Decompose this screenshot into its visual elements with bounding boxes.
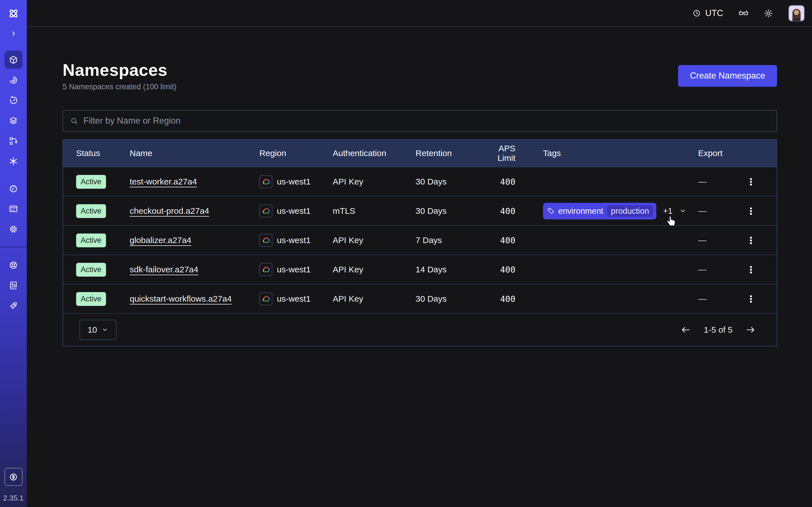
sidebar-expand-button[interactable] [7,27,20,40]
export-cell: — [696,206,776,216]
status-cell: Active [76,233,130,247]
column-header-status: Status [76,149,130,158]
sidebar-item-lifebuoy[interactable] [4,256,22,274]
export-cell: — [696,177,776,186]
sidebar-item-gauge[interactable] [4,179,22,198]
table-header-row: Status Name Region Authentication Retent… [63,140,776,167]
column-header-authentication: Authentication [333,149,416,158]
theme-toggle-button[interactable] [764,9,773,18]
region-cell: us-west1 [259,234,333,247]
chevron-down-icon[interactable] [679,207,687,215]
export-cell: — [696,235,776,245]
namespaces-table: Status Name Region Authentication Retent… [63,139,777,346]
page-title: Namespaces [63,60,176,80]
filter-input[interactable] [84,116,770,126]
sidebar-group-support [4,256,22,315]
next-page-arrow-icon[interactable] [746,325,756,335]
name-cell: sdk-failover.a27a4 [130,265,259,274]
layers-icon [9,116,18,125]
status-badge: Active [76,292,106,306]
authentication-cell: API Key [333,235,416,245]
usage-dollar-button[interactable] [4,468,22,486]
tags-cell [515,291,696,307]
avatar[interactable] [788,5,805,21]
retention-cell: 30 Days [416,206,480,216]
tag-icon [547,207,555,215]
labs-toggle-button[interactable] [739,8,749,18]
pagination-range: 1-5 of 5 [704,325,732,335]
kebab-menu-icon[interactable] [746,265,756,274]
google-cloud-icon [261,207,270,216]
table-footer: 10 1-5 of 5 [63,313,776,346]
status-cell: Active [76,175,130,189]
tag-key-label: environment [558,207,603,216]
region-cell: us-west1 [259,263,333,276]
export-value: — [698,177,707,186]
namespace-link[interactable]: test-worker.a27a4 [130,177,197,186]
sun-icon [764,9,773,18]
sidebar-item-book-sparkles[interactable] [4,276,22,294]
status-badge: Active [76,263,106,277]
gauge-icon [9,184,18,193]
page-size-select[interactable]: 10 [80,320,116,340]
topbar: UTC [27,0,812,27]
region-label: us-west1 [277,294,311,304]
retention-cell: 14 Days [416,265,480,274]
clock-icon [693,9,701,17]
timezone-label: UTC [705,8,723,18]
sidebar-item-timer[interactable] [4,91,22,109]
sidebar-item-iris[interactable] [4,71,22,89]
authentication-cell: API Key [333,177,416,186]
namespace-link[interactable]: checkout-prod.a27a4 [130,206,209,216]
sidebar-item-billing[interactable] [4,200,22,218]
sidebar-item-gear[interactable] [4,220,22,238]
sidebar-item-pipeline[interactable] [4,132,22,150]
avatar-image [789,6,804,21]
page-size-value: 10 [88,325,97,335]
region-cell: us-west1 [259,205,333,217]
kebab-menu-icon[interactable] [746,177,756,186]
kebab-menu-icon[interactable] [746,294,756,304]
export-cell: — [696,265,776,274]
region-cell: us-west1 [259,292,333,305]
name-cell: checkout-prod.a27a4 [130,206,259,216]
status-cell: Active [76,292,130,306]
namespace-link[interactable]: globalizer.a27a4 [130,235,192,245]
cloud-provider-badge [259,205,272,217]
page-subtitle: 5 Namespaces created (100 limit) [63,82,176,91]
tag-value-label: production [607,205,653,217]
sidebar-item-layers[interactable] [4,112,22,129]
aps-limit-cell: 400 [480,206,515,216]
tag-badge[interactable]: environment production [543,203,656,219]
timezone-selector[interactable]: UTC [693,8,723,18]
page-title-block: Namespaces 5 Namespaces created (100 lim… [63,60,176,91]
sidebar-item-rocket[interactable] [4,297,22,315]
tags-cell: environment production +1 [515,203,696,219]
sidebar-item-cube[interactable] [4,51,22,69]
chevron-right-icon [10,30,17,38]
column-header-retention: Retention [416,149,480,158]
glasses-icon [739,8,749,18]
export-cell: — [696,294,776,304]
namespace-link[interactable]: quickstart-workflows.a27a4 [130,294,232,303]
status-badge: Active [76,175,106,189]
authentication-cell: mTLS [333,206,416,216]
namespace-link[interactable]: sdk-failover.a27a4 [130,265,199,274]
pipeline-icon [9,136,18,146]
temporal-logo[interactable] [7,7,20,20]
cloud-provider-badge [259,234,272,247]
region-label: us-west1 [277,206,311,216]
kebab-menu-icon[interactable] [746,207,756,216]
name-cell: globalizer.a27a4 [130,235,259,245]
create-namespace-button[interactable]: Create Namespace [678,65,777,87]
column-header-export: Export [696,149,776,158]
lifebuoy-icon [9,261,18,270]
column-header-aps-limit: APS Limit [480,144,515,163]
previous-page-arrow-icon[interactable] [680,325,691,335]
chevron-down-icon [101,327,108,333]
timer-icon [9,96,18,105]
kebab-menu-icon[interactable] [746,236,756,245]
sidebar-item-asterisk[interactable] [4,152,22,170]
filter-bar [63,110,777,132]
table-row: Active quickstart-workflows.a27a4 us-wes… [63,284,776,313]
